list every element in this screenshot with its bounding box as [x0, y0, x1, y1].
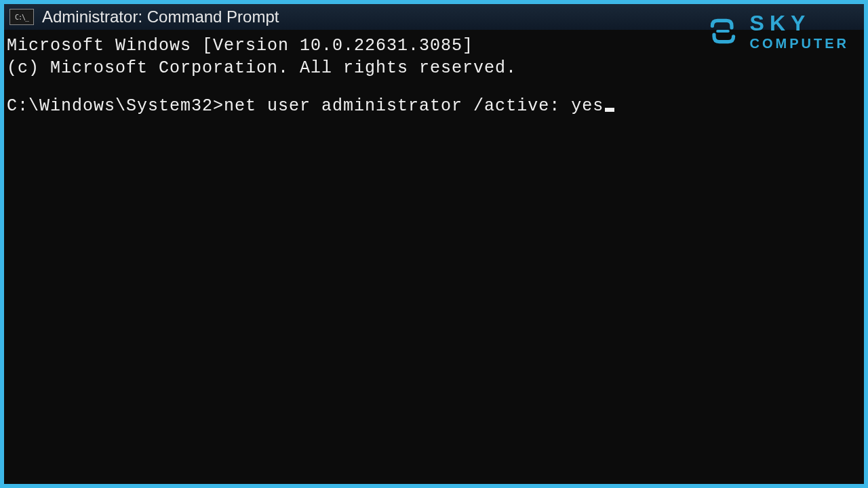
titlebar[interactable]: C:\_ Administrator: Command Prompt — [4, 4, 864, 30]
typed-command: net user administrator /active: yes — [224, 96, 604, 116]
prompt-line: C:\Windows\System32>net user administrat… — [7, 96, 864, 118]
cursor — [605, 108, 614, 112]
terminal-output[interactable]: Microsoft Windows [Version 10.0.22631.30… — [4, 30, 864, 118]
command-prompt-window: C:\_ Administrator: Command Prompt Micro… — [4, 4, 864, 484]
banner-copyright: (c) Microsoft Corporation. All rights re… — [7, 58, 864, 80]
window-title: Administrator: Command Prompt — [42, 7, 279, 26]
banner-version: Microsoft Windows [Version 10.0.22631.30… — [7, 35, 864, 58]
prompt-path: C:\Windows\System32> — [7, 96, 224, 116]
cmd-icon: C:\_ — [9, 9, 34, 25]
